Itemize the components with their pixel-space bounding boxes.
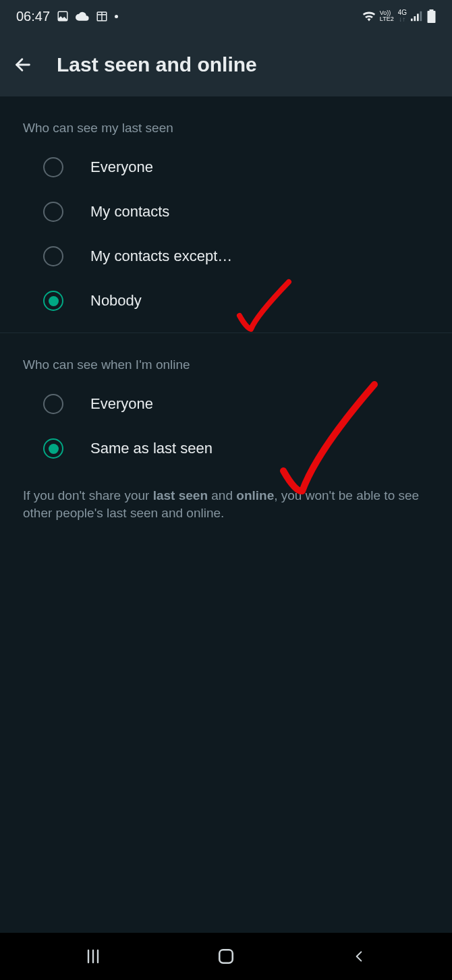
battery-icon (427, 9, 436, 23)
svg-rect-4 (411, 19, 413, 22)
svg-rect-9 (428, 11, 436, 23)
app-bar: Last seen and online (0, 32, 452, 96)
radio-selected-icon (43, 291, 63, 311)
svg-rect-8 (430, 9, 434, 11)
radio-icon (43, 246, 63, 266)
volte-indicator: Vo))LTE2 (380, 10, 394, 22)
option-my-contacts[interactable]: My contacts (0, 190, 452, 234)
calendar-icon (96, 10, 108, 22)
option-same-as-lastseen[interactable]: Same as last seen (0, 426, 452, 471)
status-time: 06:47 (16, 9, 50, 24)
option-everyone-online[interactable]: Everyone (0, 382, 452, 426)
help-text: If you don't share your last seen and on… (0, 471, 452, 538)
chevron-left-icon (352, 948, 366, 965)
nav-back-button[interactable] (339, 943, 379, 970)
svg-rect-14 (219, 950, 233, 963)
wifi-icon (362, 11, 376, 22)
arrow-left-icon (13, 55, 32, 74)
option-label: My contacts (90, 203, 169, 221)
option-everyone-lastseen[interactable]: Everyone (0, 145, 452, 190)
option-my-contacts-except[interactable]: My contacts except… (0, 234, 452, 279)
radio-icon (43, 394, 63, 414)
section-last-seen-header: Who can see my last seen (0, 96, 452, 145)
radio-selected-icon (43, 438, 63, 459)
recents-icon (84, 948, 102, 964)
option-label: Everyone (90, 395, 153, 413)
section-online-header: Who can see when I'm online (0, 333, 452, 382)
option-label: Nobody (90, 292, 142, 310)
radio-icon (43, 202, 63, 222)
data-indicator: 4G↓↑ (398, 9, 407, 23)
content: Who can see my last seen Everyone My con… (0, 96, 452, 538)
status-right: Vo))LTE2 4G↓↑ (362, 9, 436, 23)
svg-rect-5 (414, 16, 416, 21)
status-left: 06:47 (16, 9, 118, 24)
option-nobody[interactable]: Nobody (0, 279, 452, 323)
status-bar: 06:47 Vo))LTE2 4G↓↑ (0, 0, 452, 32)
svg-rect-7 (420, 11, 422, 21)
nav-home-button[interactable] (206, 943, 246, 970)
svg-rect-6 (417, 13, 419, 21)
image-icon (57, 10, 69, 22)
option-label: My contacts except… (90, 248, 232, 265)
option-label: Everyone (90, 158, 153, 176)
navigation-bar (0, 933, 452, 980)
back-button[interactable] (12, 54, 34, 76)
nav-recents-button[interactable] (73, 943, 113, 970)
home-icon (217, 948, 235, 965)
option-label: Same as last seen (90, 440, 213, 457)
signal-icon (411, 11, 423, 22)
cloud-icon (76, 11, 89, 21)
dot-icon (115, 15, 118, 18)
page-title: Last seen and online (57, 53, 257, 76)
radio-icon (43, 157, 63, 177)
